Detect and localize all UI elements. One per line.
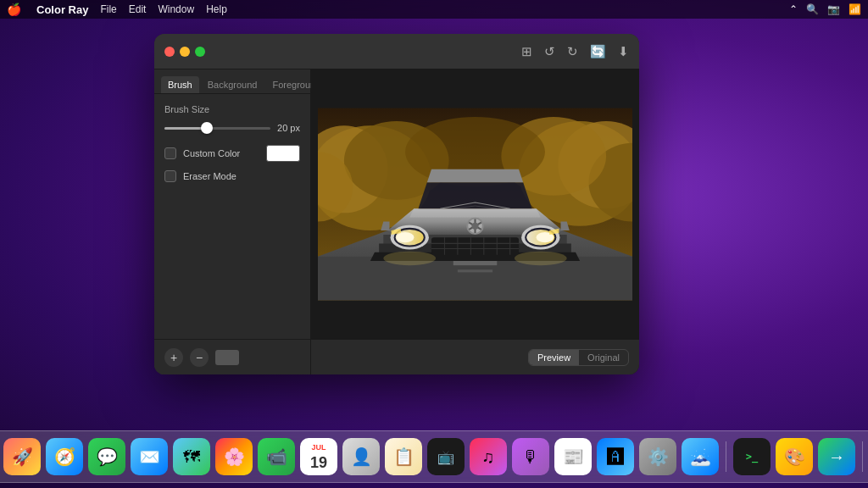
svg-point-37	[471, 223, 478, 230]
rotate-left-icon[interactable]: ↺	[544, 44, 555, 59]
download-icon[interactable]: ⬇	[618, 44, 629, 59]
close-button[interactable]	[164, 47, 175, 57]
menubar-window[interactable]: Window	[158, 3, 194, 15]
menubar-left: 🍎 Color Ray Color Ray File Edit Window H…	[7, 3, 227, 16]
menubar-control-center-icon[interactable]: ⌃	[789, 3, 798, 15]
tab-background[interactable]: Background	[201, 76, 264, 93]
dock-mail-icon[interactable]: ✉️	[131, 438, 168, 475]
sidebar: Brush Background Foreground Adjust Brush…	[154, 69, 311, 374]
dock-divider-2	[862, 441, 863, 472]
dock-music-icon[interactable]: ♫	[470, 438, 507, 475]
dock-reminders-icon[interactable]: 📋	[385, 438, 422, 475]
preview-button[interactable]: Preview	[529, 350, 579, 365]
svg-point-16	[397, 232, 415, 242]
eraser-mode-label: Eraser Mode	[183, 171, 300, 181]
dock-calendar-month: JUL	[311, 443, 326, 452]
brush-size-label: Brush Size	[164, 104, 300, 114]
menubar-app-name[interactable]: Color Ray	[36, 3, 88, 16]
apple-menu-icon[interactable]: 🍎	[7, 3, 21, 16]
titlebar-icons: ⊞ ↺ ↻ 🔄 ⬇	[521, 44, 629, 59]
tabs: Brush Background Foreground Adjust	[154, 69, 310, 94]
dock-contacts-icon[interactable]: 👤	[342, 438, 380, 475]
svg-rect-12	[458, 269, 492, 272]
svg-point-21	[383, 252, 436, 265]
brush-size-row: 20 px	[164, 121, 300, 135]
brush-size-value: 20 px	[277, 123, 300, 133]
image-bottom-bar: Preview Original	[311, 339, 639, 374]
custom-color-row[interactable]: Custom Color	[164, 145, 300, 162]
tab-brush[interactable]: Brush	[161, 76, 199, 93]
dock-divider	[726, 441, 726, 472]
dock-podcasts-icon[interactable]: 🎙	[512, 438, 549, 475]
view-button[interactable]	[215, 350, 239, 365]
eraser-mode-checkbox[interactable]	[164, 170, 176, 182]
brush-size-slider[interactable]	[164, 121, 270, 135]
custom-color-label: Custom Color	[183, 148, 259, 158]
menubar-right: ⌃ 🔍 📷 📶	[789, 3, 861, 15]
menubar-wifi-icon[interactable]: 📶	[849, 3, 861, 15]
dock: 🙂 🚀 🧭 💬 ✉️ 🗺 🌸 📹 JUL 19 👤 📋 📺	[0, 430, 868, 483]
dock-calendar-date: 19	[310, 455, 327, 470]
color-swatch[interactable]	[266, 145, 300, 162]
svg-rect-11	[453, 261, 498, 265]
dock-photos-icon[interactable]: 🌸	[215, 438, 253, 475]
menubar-help[interactable]: Help	[206, 3, 227, 15]
refresh-icon[interactable]: 🔄	[590, 44, 606, 59]
custom-color-checkbox[interactable]	[164, 147, 176, 159]
zoom-in-button[interactable]: +	[164, 348, 183, 367]
maximize-button[interactable]	[195, 47, 205, 57]
minimize-button[interactable]	[180, 47, 190, 57]
preview-toggle[interactable]: Preview Original	[528, 349, 629, 366]
traffic-lights	[164, 47, 205, 57]
menubar-search-icon[interactable]: 🔍	[806, 3, 819, 15]
dock-maps-icon[interactable]: 🗺	[173, 438, 210, 475]
zoom-out-button[interactable]: −	[190, 348, 209, 367]
image-container[interactable]	[311, 69, 639, 339]
menubar: 🍎 Color Ray Color Ray File Edit Window H…	[0, 0, 868, 19]
menubar-camera-icon[interactable]: 📷	[827, 3, 840, 15]
dock-facetime-icon[interactable]: 📹	[258, 438, 295, 475]
svg-point-22	[515, 252, 567, 265]
dock-appletv-icon[interactable]: 📺	[427, 438, 465, 475]
dock-colorray-icon[interactable]: 🎨	[776, 438, 813, 475]
app-window: ⊞ ↺ ↻ 🔄 ⬇ Brush Background Foreground Ad…	[154, 34, 639, 374]
sidebar-content: Brush Size 20 px Custom Color	[154, 94, 310, 339]
dock-timemachine-icon[interactable]: 🗻	[682, 438, 719, 475]
dock-safari-icon[interactable]: 🧭	[46, 438, 83, 475]
dock-appstore-icon[interactable]: 🅰	[597, 438, 634, 475]
dock-launchpad-icon[interactable]: 🚀	[3, 438, 41, 475]
menubar-file[interactable]: File	[100, 3, 116, 15]
bottom-toolbar: + −	[154, 339, 310, 374]
menubar-edit[interactable]: Edit	[129, 3, 147, 15]
dock-messages-icon[interactable]: 💬	[88, 438, 125, 475]
dock-news-icon[interactable]: 📰	[554, 438, 592, 475]
dock-terminal-icon[interactable]: >_	[733, 438, 771, 475]
car-image	[318, 76, 632, 332]
titlebar: ⊞ ↺ ↻ 🔄 ⬇	[154, 34, 639, 69]
slider-thumb[interactable]	[201, 122, 213, 134]
eraser-mode-row[interactable]: Eraser Mode	[164, 170, 300, 182]
image-area: Preview Original	[311, 69, 639, 374]
window-content: Brush Background Foreground Adjust Brush…	[154, 69, 639, 374]
original-button[interactable]: Original	[579, 350, 628, 365]
slider-track	[164, 127, 270, 130]
dock-migrate-icon[interactable]: →	[818, 438, 855, 475]
rotate-right-icon[interactable]: ↻	[567, 44, 578, 59]
import-icon[interactable]: ⊞	[521, 44, 532, 59]
dock-sysprefs-icon[interactable]: ⚙️	[639, 438, 676, 475]
dock-calendar-icon[interactable]: JUL 19	[300, 438, 337, 475]
